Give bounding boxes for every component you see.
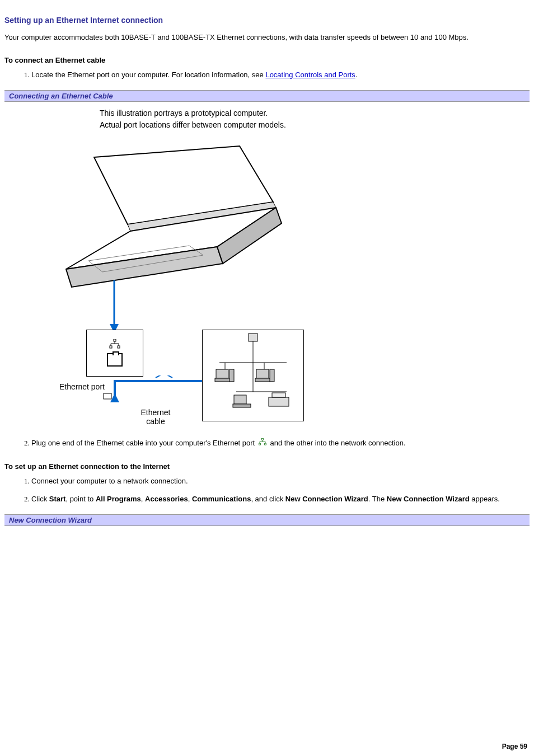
step-text-tail: . (355, 71, 358, 79)
svg-rect-27 (229, 369, 234, 382)
ethernet-cable-label: Ethernetcable (133, 408, 178, 426)
step-text: Plug one end of the Ethernet cable into … (31, 439, 257, 447)
network-icon (109, 339, 121, 351)
subheading-connect-cable: To connect an Ethernet cable (4, 56, 530, 64)
step-locate-port: Locate the Ethernet port on your compute… (31, 70, 530, 80)
step-text: Locate the Ethernet port on your compute… (31, 71, 265, 79)
ethernet-port-closeup (86, 330, 143, 377)
svg-rect-10 (118, 346, 120, 348)
ethernet-illustration: Ethernet port Ethernetcable (49, 135, 318, 426)
network-diagram (202, 330, 304, 421)
step-run-wizard: Click Start, point to All Programs, Acce… (31, 494, 530, 504)
ethernet-port-inline-icon (258, 438, 267, 449)
svg-rect-9 (110, 346, 112, 348)
figure-title-bar: New Connection Wizard (4, 514, 530, 526)
intro-paragraph: Your computer accommodates both 10BASE-T… (4, 32, 530, 43)
steps-connect-cable: Locate the Ethernet port on your compute… (4, 70, 530, 80)
illustration-note-line1: This illustration portrays a prototypica… (100, 109, 530, 119)
steps-connect-cable-cont: Plug one end of the Ethernet cable into … (4, 438, 530, 449)
svg-rect-36 (259, 443, 260, 445)
svg-rect-31 (234, 395, 246, 404)
illustration-note-line2: Actual port locations differ between com… (100, 120, 530, 130)
bold-all-programs: All Programs (96, 495, 141, 503)
bold-new-connection-wizard-2: New Connection Wizard (387, 495, 470, 503)
figure-title-bar: Connecting an Ethernet Cable (4, 90, 530, 102)
svg-rect-34 (272, 393, 285, 397)
step-text-tail: and the other into the network connectio… (268, 439, 406, 447)
ethernet-port-label: Ethernet port (59, 382, 105, 391)
network-topology-icon (203, 330, 303, 421)
svg-rect-33 (269, 397, 289, 406)
figure-connecting-cable: Connecting an Ethernet Cable This illust… (4, 90, 530, 430)
bold-new-connection-wizard: New Connection Wizard (285, 495, 368, 503)
svg-rect-28 (256, 369, 269, 378)
page-title: Setting up an Ethernet Internet connecti… (4, 16, 530, 25)
subheading-setup-connection: To set up an Ethernet connection to the … (4, 462, 530, 471)
step-connect-network: Connect your computer to a network conne… (31, 476, 530, 486)
callout-arrow-icon (104, 280, 127, 336)
svg-rect-37 (264, 443, 266, 445)
steps-setup-connection: Connect your computer to a network conne… (4, 476, 530, 504)
svg-rect-35 (261, 438, 263, 440)
ethernet-cable-icon (102, 375, 209, 409)
svg-rect-8 (114, 339, 116, 341)
figure-new-connection-wizard: New Connection Wizard (4, 514, 530, 526)
bold-accessories: Accessories (145, 495, 188, 503)
svg-rect-24 (249, 334, 257, 341)
svg-rect-16 (104, 393, 111, 399)
bold-start: Start (49, 495, 66, 503)
link-locating-controls[interactable]: Locating Controls and Ports (265, 71, 355, 79)
laptop-icon (55, 140, 290, 308)
svg-rect-25 (216, 369, 228, 378)
rj45-port-icon (107, 353, 123, 367)
svg-rect-32 (233, 404, 251, 407)
bold-communications: Communications (192, 495, 251, 503)
svg-rect-30 (270, 369, 274, 382)
step-plug-cable: Plug one end of the Ethernet cable into … (31, 438, 530, 449)
